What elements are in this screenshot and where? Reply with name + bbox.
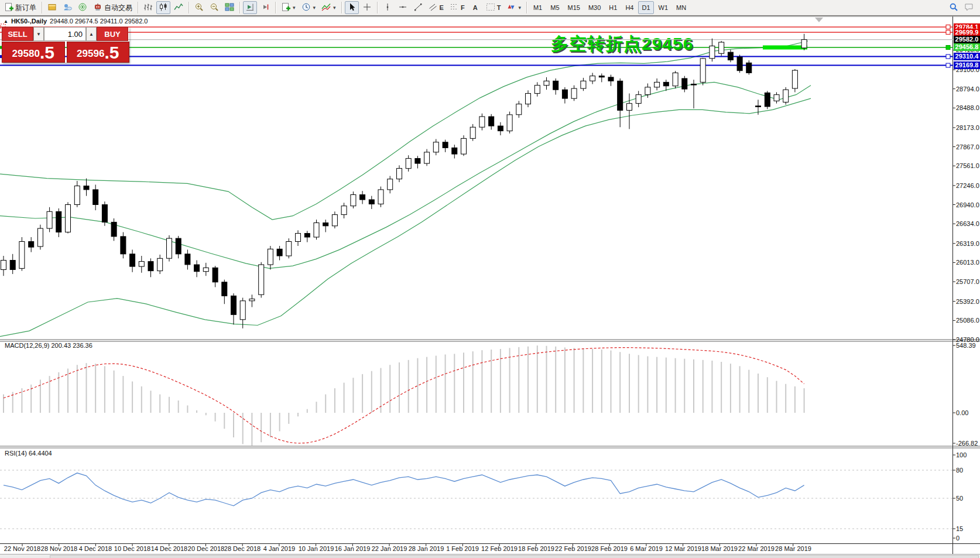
horizontal-scrollbar[interactable] <box>0 554 980 558</box>
date-axis-label: 4 Dec 2018 <box>79 545 112 552</box>
chart-shift-marker <box>815 18 823 22</box>
date-axis-label: 18 Mar 2019 <box>701 545 738 552</box>
timeframe-D1-button[interactable]: D1 <box>638 1 653 14</box>
volume-increase-button[interactable]: ▲ <box>86 27 97 41</box>
bar-chart-button-icon <box>143 2 153 13</box>
price-axis-tick: 25392.0 <box>956 298 979 305</box>
price-axis-tick: 28488.0 <box>956 104 979 111</box>
bar-chart-button[interactable] <box>141 1 155 14</box>
date-axis-label: 18 Feb 2019 <box>518 545 554 552</box>
line-chart-button-icon <box>174 2 183 13</box>
chat-button[interactable] <box>962 1 976 14</box>
arrows-button-icon <box>506 2 516 13</box>
chart-window[interactable]: 多空转折点29456 ▲ HK50-,Daily 29448.0 29674.5… <box>0 0 980 558</box>
trendline-button[interactable] <box>411 1 425 14</box>
timeframe-M30-button[interactable]: M30 <box>585 1 604 14</box>
arrows-button[interactable]: ▾ <box>504 1 523 14</box>
macd-axis-tick: 0.00 <box>956 409 968 416</box>
toolbar-separator <box>189 2 189 13</box>
label-button[interactable]: T <box>484 1 503 14</box>
chart-canvas[interactable] <box>0 0 980 558</box>
timeframe-MN-button[interactable]: MN <box>673 1 690 14</box>
crosshair-button-icon <box>362 2 372 13</box>
candle-chart-button[interactable] <box>156 1 170 14</box>
toolbar-separator <box>275 2 276 13</box>
chart-window-button[interactable] <box>45 1 59 14</box>
date-axis-label: 28 Jan 2019 <box>409 545 444 552</box>
community-button[interactable] <box>60 1 74 14</box>
sell-button[interactable]: SELL <box>2 27 33 41</box>
volume-decrease-button[interactable]: ▼ <box>33 27 44 41</box>
channel-button[interactable]: E <box>426 1 446 14</box>
fibonacci-button[interactable]: F <box>447 1 467 14</box>
date-axis-label: 22 Nov 2018 <box>4 545 40 552</box>
candle-chart-button-icon <box>159 2 168 13</box>
price-axis-tick: 25707.0 <box>956 278 979 285</box>
rsi-label: RSI(14) 64.4404 <box>5 450 52 457</box>
bid-price-box[interactable]: 29580 .5 <box>2 42 65 63</box>
horizontal-line-button[interactable] <box>396 1 410 14</box>
timeframe-H1-button[interactable]: H1 <box>605 1 621 14</box>
timeframe-M1-button[interactable]: M1 <box>530 1 546 14</box>
price-axis-tick: 28173.0 <box>956 124 979 131</box>
symbol-title: HK50-,Daily <box>11 18 47 25</box>
chart-shift-button-icon <box>261 2 270 13</box>
date-axis-label: 22 Mar 2019 <box>738 545 775 552</box>
price-axis-tick: 26634.0 <box>956 220 979 227</box>
vertical-line-button[interactable] <box>381 1 395 14</box>
date-axis-label: 6 Mar 2019 <box>630 545 663 552</box>
autotrading-button[interactable]: 自动交易 <box>91 1 135 14</box>
zoom-in-button[interactable] <box>192 1 206 14</box>
new-chart-button-icon <box>281 2 290 13</box>
rsi-line <box>4 473 804 506</box>
collapse-icon[interactable]: ▲ <box>4 19 8 24</box>
chart-shift-button[interactable] <box>258 1 272 14</box>
tile-windows-button[interactable] <box>222 1 237 14</box>
buy-button[interactable]: BUY <box>97 27 128 41</box>
price-axis-tick: 27246.0 <box>956 182 979 189</box>
ask-pips: .5 <box>104 44 119 61</box>
date-axis-label: 28 Nov 2018 <box>41 545 77 552</box>
line-chart-button[interactable] <box>172 1 186 14</box>
ask-price-box[interactable]: 29596 .5 <box>67 42 130 63</box>
text-button[interactable]: A <box>468 1 482 14</box>
volume-input[interactable] <box>44 28 85 40</box>
label-button-icon <box>486 2 495 13</box>
cursor-button[interactable] <box>345 1 359 14</box>
zoom-out-button[interactable] <box>207 1 221 14</box>
crosshair-button[interactable] <box>360 1 374 14</box>
dropdown-caret-icon: ▾ <box>313 5 316 11</box>
timeframe-M5-button[interactable]: M5 <box>547 1 563 14</box>
auto-scroll-button[interactable] <box>243 1 257 14</box>
auto-scroll-button-icon <box>245 2 255 13</box>
toolbar-separator <box>239 2 240 13</box>
ask-main: 29596 <box>77 47 104 61</box>
price-axis-tick: 26013.0 <box>956 259 979 266</box>
zoom-in-button-icon <box>194 2 204 13</box>
indicators-button[interactable]: ▾ <box>319 1 338 14</box>
timeframe-W1-button[interactable]: W1 <box>655 1 672 14</box>
ohlc-values: 29448.0 29674.5 29411.0 29582.0 <box>50 18 148 25</box>
date-axis-label: 1 Feb 2019 <box>446 545 479 552</box>
timeframe-H4-button[interactable]: H4 <box>622 1 637 14</box>
profiles-button[interactable]: ▾ <box>299 1 318 14</box>
toolbar-separator <box>42 2 42 13</box>
search-button[interactable] <box>947 1 961 14</box>
rsi-axis-tick: 15 <box>956 525 963 532</box>
date-axis-label: 10 Dec 2018 <box>114 545 150 552</box>
new-order-button-icon <box>4 2 13 13</box>
timeframe-M15-button[interactable]: M15 <box>564 1 584 14</box>
date-axis-label: 28 Dec 2018 <box>224 545 261 552</box>
date-axis-label: 10 Jan 2019 <box>299 545 334 552</box>
scrollbar-track[interactable] <box>50 555 979 558</box>
new-chart-button[interactable]: ▾ <box>279 1 298 14</box>
price-line-label: 29169.8 <box>954 61 980 69</box>
signals-button[interactable] <box>76 1 90 14</box>
new-order-button[interactable]: 新订单 <box>2 1 39 14</box>
date-axis-label: 20 Dec 2018 <box>188 545 224 552</box>
price-line-label: 29456.8 <box>954 43 980 51</box>
vertical-line-button-icon <box>383 2 392 13</box>
price-axis-tick: 27561.0 <box>956 162 979 169</box>
chat-icon <box>964 2 974 13</box>
rsi-axis-tick: 100 <box>956 451 967 458</box>
